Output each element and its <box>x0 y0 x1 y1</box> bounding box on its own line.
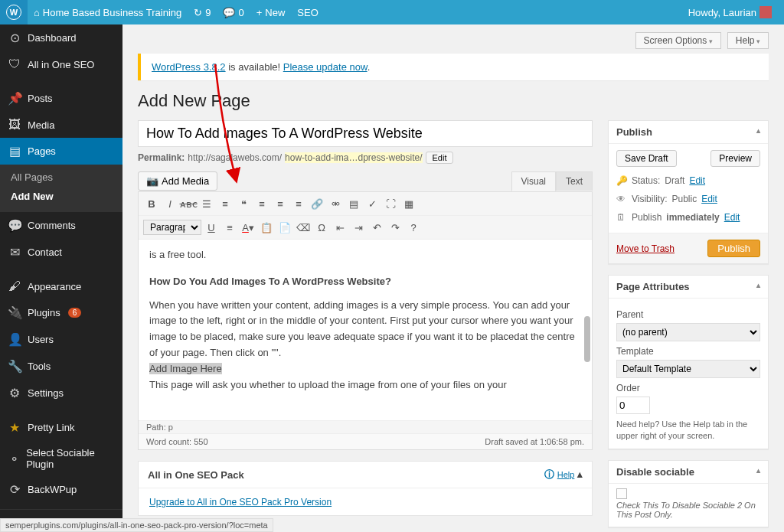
calendar-icon: 🗓 <box>616 212 627 223</box>
numbered-list-button[interactable]: ≡ <box>217 195 234 212</box>
publish-panel: Publish▴ Save Draft Preview 🔑Status: Dra… <box>608 120 769 264</box>
bold-button[interactable]: B <box>143 195 160 212</box>
spellcheck-button[interactable]: ✓ <box>364 195 381 212</box>
comments-menu[interactable]: 💬0 <box>217 0 250 24</box>
plug-icon: 🔌 <box>8 305 21 320</box>
edit-schedule-link[interactable]: Edit <box>724 212 740 223</box>
sidebar-item-tools[interactable]: 🔧Tools <box>0 353 122 380</box>
editor: B I ᴀʙᴄ ☰ ≡ ❝ ≡ ≡ ≡ 🔗 ⚮ ▤ ✓ ⛶ ▦ <box>138 191 593 450</box>
sidebar-item-pages[interactable]: ▤Pages <box>0 138 122 165</box>
template-select[interactable]: Default Template <box>616 360 760 378</box>
sidebar-item-prettylink[interactable]: ★Pretty Link <box>0 414 122 441</box>
strike-button[interactable]: ᴀʙᴄ <box>180 195 197 212</box>
more-tag-button[interactable]: ▤ <box>345 195 362 212</box>
screen-options-button[interactable]: Screen Options <box>635 32 721 49</box>
site-name-menu[interactable]: ⌂Home Based Business Training <box>28 0 188 24</box>
clear-format-button[interactable]: ⌫ <box>295 219 312 236</box>
undo-button[interactable]: ↶ <box>368 219 385 236</box>
camera-icon: 📷 <box>146 175 158 187</box>
tab-text[interactable]: Text <box>556 171 593 191</box>
publish-panel-head[interactable]: Publish▴ <box>609 121 768 144</box>
order-input[interactable] <box>616 397 650 414</box>
edit-visibility-link[interactable]: Edit <box>701 194 717 204</box>
disable-sociable-checkbox[interactable] <box>616 488 627 499</box>
sidebar-item-posts[interactable]: 📌Posts <box>0 85 122 112</box>
admin-sidebar: ⊙Dashboard 🛡All in One SEO 📌Posts 🖼Media… <box>0 24 122 532</box>
indent-button[interactable]: ⇥ <box>350 219 367 236</box>
updates-menu[interactable]: ↻9 <box>188 0 217 24</box>
link-button[interactable]: 🔗 <box>309 195 325 212</box>
publish-button[interactable]: Publish <box>707 240 760 257</box>
bullet-list-button[interactable]: ☰ <box>198 195 215 212</box>
sidebar-item-comments[interactable]: 💬Comments <box>0 212 122 239</box>
sidebar-item-plugins[interactable]: 🔌Plugins6 <box>0 299 122 326</box>
help-button[interactable]: Help <box>727 32 769 49</box>
move-to-trash-link[interactable]: Move to Trash <box>616 243 675 254</box>
wp-logo-menu[interactable]: W <box>0 0 28 24</box>
shield-icon: 🛡 <box>8 57 21 71</box>
special-char-button[interactable]: Ω <box>313 219 330 236</box>
sidebar-item-settings[interactable]: ⚙Settings <box>0 380 122 406</box>
add-media-button[interactable]: 📷Add Media <box>138 171 217 191</box>
aioseo-upgrade-link[interactable]: Upgrade to All in One SEO Pack Pro Versi… <box>149 497 332 508</box>
outdent-button[interactable]: ⇤ <box>332 219 348 236</box>
editor-body[interactable]: is a free tool. How Do You Add Images To… <box>139 240 592 420</box>
sidebar-item-sociable[interactable]: ⚬Select Sociable Plugin <box>0 441 122 476</box>
text-color-button[interactable]: A▾ <box>240 219 256 236</box>
blockquote-button[interactable]: ❝ <box>235 195 252 212</box>
sidebar-item-backwpup[interactable]: ⟳BackWPup <box>0 476 122 503</box>
aioseo-help-link[interactable]: Help <box>557 470 575 479</box>
title-input[interactable] <box>138 120 593 147</box>
kitchen-sink-button[interactable]: ▦ <box>400 195 417 212</box>
paste-word-button[interactable]: 📄 <box>276 219 293 236</box>
save-draft-button[interactable]: Save Draft <box>616 150 677 167</box>
aioseo-panel-head[interactable]: All in One SEO Pack ⓘ Help ▴ <box>139 462 592 488</box>
editor-help-button[interactable]: ? <box>405 219 422 236</box>
paste-text-button[interactable]: 📋 <box>258 219 275 236</box>
parent-select[interactable]: (no parent) <box>616 323 760 341</box>
users-icon: 👤 <box>8 332 21 347</box>
page-attributes-head[interactable]: Page Attributes▴ <box>609 276 768 299</box>
tab-visual[interactable]: Visual <box>511 171 556 191</box>
sidebar-item-dashboard[interactable]: ⊙Dashboard <box>0 24 122 51</box>
new-content-menu[interactable]: +New <box>250 0 292 24</box>
wrench-icon: 🔧 <box>8 359 21 374</box>
update-now-link[interactable]: Please update now <box>283 61 368 73</box>
edit-permalink-button[interactable]: Edit <box>426 152 454 164</box>
brush-icon: 🖌 <box>8 279 21 293</box>
edit-status-link[interactable]: Edit <box>689 175 705 186</box>
editor-scrollbar[interactable] <box>584 316 590 362</box>
submenu-add-new[interactable]: Add New <box>0 187 122 206</box>
wordpress-logo-icon: W <box>6 5 21 20</box>
align-right-button[interactable]: ≡ <box>290 195 307 212</box>
parent-label: Parent <box>616 309 760 320</box>
browser-status-bar: semperplugins.com/plugins/all-in-one-seo… <box>0 518 273 532</box>
disable-sociable-panel: Disable sociable▴ Check This To Disable … <box>608 460 769 527</box>
wp-version-link[interactable]: WordPress 3.8.2 <box>152 61 226 73</box>
template-label: Template <box>616 346 760 357</box>
disable-sociable-head[interactable]: Disable sociable▴ <box>609 461 768 484</box>
sidebar-item-appearance[interactable]: 🖌Appearance <box>0 273 122 299</box>
sidebar-item-contact[interactable]: ✉Contact <box>0 239 122 266</box>
submenu-all-pages[interactable]: All Pages <box>0 168 122 187</box>
underline-button[interactable]: U <box>203 219 220 236</box>
fullscreen-button[interactable]: ⛶ <box>382 195 399 212</box>
preview-button[interactable]: Preview <box>710 150 760 167</box>
toolbar-row-1: B I ᴀʙᴄ ☰ ≡ ❝ ≡ ≡ ≡ 🔗 ⚮ ▤ ✓ ⛶ ▦ <box>139 192 592 216</box>
sidebar-item-media[interactable]: 🖼Media <box>0 112 122 138</box>
account-menu[interactable]: Howdy, Laurian <box>682 0 778 24</box>
sidebar-item-users[interactable]: 👤Users <box>0 326 122 353</box>
format-select[interactable]: Paragraph <box>143 220 201 235</box>
toolbar-row-2: Paragraph U ≡ A▾ 📋 📄 ⌫ Ω ⇤ ⇥ ↶ ↷ ? <box>139 216 592 240</box>
sidebar-item-aioseo[interactable]: 🛡All in One SEO <box>0 51 122 77</box>
comment-icon: 💬 <box>223 7 235 18</box>
home-icon: ⌂ <box>34 7 40 18</box>
align-left-button[interactable]: ≡ <box>253 195 270 212</box>
unlink-button[interactable]: ⚮ <box>327 195 344 212</box>
seo-menu[interactable]: SEO <box>291 0 324 24</box>
italic-button[interactable]: I <box>162 195 178 212</box>
justify-button[interactable]: ≡ <box>221 219 238 236</box>
redo-button[interactable]: ↷ <box>387 219 403 236</box>
align-center-button[interactable]: ≡ <box>272 195 289 212</box>
refresh-icon: ↻ <box>194 7 202 18</box>
